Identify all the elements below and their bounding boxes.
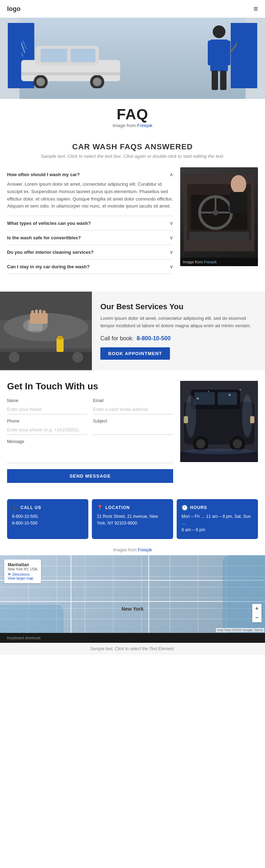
faq-freepik-link[interactable]: Freepik — [204, 260, 217, 264]
hero-title: FAQ — [7, 106, 258, 123]
freepik-link[interactable]: Freepik — [137, 123, 152, 128]
faq-question-4: Do you offer interior cleaning services? — [7, 250, 94, 255]
faq-main-subtitle: Sample text. Click to select the text bo… — [7, 154, 258, 159]
svg-line-10 — [21, 48, 23, 56]
phone-label: Phone — [7, 419, 87, 424]
faq-item-2: What types of vehicles can you wash? ∨ — [7, 216, 173, 231]
svg-rect-32 — [230, 192, 247, 213]
svg-rect-17 — [220, 71, 226, 90]
svg-point-58 — [186, 395, 196, 437]
info-box-location-title: 📍 LOCATION — [97, 505, 168, 510]
chevron-down-icon-4: ∨ — [170, 249, 173, 255]
faq-item-4-header[interactable]: Do you offer interior cleaning services?… — [7, 249, 173, 255]
hamburger-icon[interactable]: ≡ — [253, 4, 258, 13]
svg-rect-45 — [58, 336, 63, 340]
info-boxes: 📞 CALL US 8-800-10-500, 8-800-10-500 📍 L… — [0, 493, 265, 545]
map-directions[interactable]: ➤ Directions — [8, 572, 37, 576]
hero-text-section: FAQ Image from Freepik — [0, 99, 265, 132]
bottom-bar-text: Sample text. Click to select the Text El… — [7, 646, 258, 651]
faq-item-3-header[interactable]: Is the wash safe for convertibles? ∨ — [7, 235, 173, 240]
send-message-button[interactable]: SEND MESSAGE — [7, 469, 173, 483]
faq-item-5-header[interactable]: Can I stay in my car during the wash? ∨ — [7, 264, 173, 269]
info-box-call: 📞 CALL US 8-800-10-500, 8-800-10-500 — [7, 499, 88, 539]
bottom-bar: Sample text. Click to select the Text El… — [0, 643, 265, 655]
message-textarea[interactable] — [7, 445, 173, 463]
svg-rect-42 — [39, 310, 42, 317]
images-freepik-link[interactable]: Freepik — [138, 547, 152, 552]
services-content: Our Best Services You Lorem ipsum dolor … — [92, 292, 265, 370]
worker-icon — [201, 25, 237, 92]
faq-question-2: What types of vehicles can you wash? — [7, 221, 91, 226]
chevron-down-icon-2: ∨ — [170, 220, 173, 226]
contact-image — [180, 381, 258, 462]
svg-rect-43 — [43, 310, 46, 316]
svg-rect-68 — [184, 416, 188, 423]
form-row-phone-subject: Phone Subject — [7, 419, 173, 435]
svg-rect-41 — [35, 310, 38, 317]
contact-car-icon — [180, 381, 258, 462]
map-section: Manhattan New York NY, USA ➤ Directions … — [0, 555, 265, 633]
svg-point-12 — [213, 25, 225, 38]
form-group-message: Message — [7, 439, 173, 464]
svg-rect-69 — [250, 416, 254, 423]
form-row-name-email: Name Email — [7, 398, 173, 414]
faq-image: Image from Freepik — [180, 167, 258, 266]
map-location-subtitle: New York NY, USA — [8, 567, 37, 571]
svg-point-7 — [93, 78, 101, 86]
book-appointment-button[interactable]: BOOK APPOINTMENT — [100, 347, 170, 360]
form-group-subject: Subject — [93, 419, 173, 435]
svg-point-61 — [208, 391, 209, 392]
faq-questions: How often should I wash my car? ∧ Answer… — [7, 167, 173, 274]
services-section: Our Best Services You Lorem ipsum dolor … — [0, 292, 265, 370]
svg-rect-40 — [31, 310, 34, 317]
subject-input[interactable] — [93, 425, 173, 435]
message-label: Message — [7, 439, 173, 444]
svg-point-47 — [9, 352, 19, 363]
svg-rect-8 — [21, 72, 120, 75]
map-attribution: Map Data ©2023 Google, Terms — [216, 628, 264, 632]
map-location-title: Manhattan — [8, 562, 37, 567]
info-box-location: 📍 LOCATION 21 Rock Street, 21 Avenue, Ne… — [92, 499, 173, 539]
zoom-in-button[interactable]: + — [252, 604, 261, 613]
faq-question-3: Is the wash safe for convertibles? — [7, 235, 81, 240]
faq-section: CAR WASH FAQS ANSWERED Sample text. Clic… — [0, 132, 265, 281]
subject-label: Subject — [93, 419, 173, 424]
svg-rect-14 — [208, 41, 214, 65]
info-box-hours: 🕐 HOURS Mon – Fri … 11 am – 8 pm, Sat, S… — [177, 499, 258, 539]
svg-point-23 — [213, 210, 218, 215]
chevron-up-icon-1: ∧ — [170, 172, 173, 177]
services-title: Our Best Services You — [100, 302, 257, 311]
map-inner: Manhattan New York NY, USA ➤ Directions … — [0, 555, 265, 633]
faq-item-3: Is the wash safe for convertibles? ∨ — [7, 231, 173, 245]
info-box-call-title: 📞 CALL US — [12, 505, 83, 510]
faq-main-title: CAR WASH FAQS ANSWERED — [7, 142, 258, 151]
faq-item-2-header[interactable]: What types of vehicles can you wash? ∨ — [7, 220, 173, 226]
name-label: Name — [7, 398, 87, 403]
contact-section: Get In Touch With us Name Email Phone Su… — [0, 370, 265, 493]
services-phone[interactable]: 8-800-10-500 — [137, 335, 171, 341]
svg-rect-44 — [57, 338, 64, 352]
svg-rect-27 — [189, 232, 249, 241]
phone-input[interactable] — [7, 425, 87, 435]
footer-keyboard: Keyboard shortcuts — [7, 636, 41, 640]
faq-question-5: Can I stay in my car during the wash? — [7, 264, 89, 269]
map-view-larger[interactable]: View larger map — [8, 576, 37, 580]
svg-rect-3 — [71, 49, 95, 62]
email-label: Email — [93, 398, 173, 403]
svg-rect-15 — [224, 41, 230, 65]
email-input[interactable] — [93, 405, 173, 414]
faq-image-content — [180, 167, 258, 258]
map-zoom-controls: + − — [252, 604, 261, 622]
faq-question-1: How often should I wash my car? — [7, 172, 80, 177]
svg-rect-2 — [41, 49, 67, 62]
zoom-out-button[interactable]: − — [252, 613, 261, 622]
form-group-name: Name — [7, 398, 87, 414]
services-description: Lorem ipsum dolor sit amet, consectetur … — [100, 315, 257, 330]
faq-item-4: Do you offer interior cleaning services?… — [7, 245, 173, 259]
hero-image — [0, 18, 265, 99]
map-city-label: New York — [122, 606, 144, 612]
faq-item-1-header[interactable]: How often should I wash my car? ∧ — [7, 172, 173, 177]
faq-answer-1: Answer. Lorem ipsum dolor sit amet, cons… — [7, 181, 173, 211]
svg-rect-53 — [218, 392, 237, 405]
name-input[interactable] — [7, 405, 87, 414]
